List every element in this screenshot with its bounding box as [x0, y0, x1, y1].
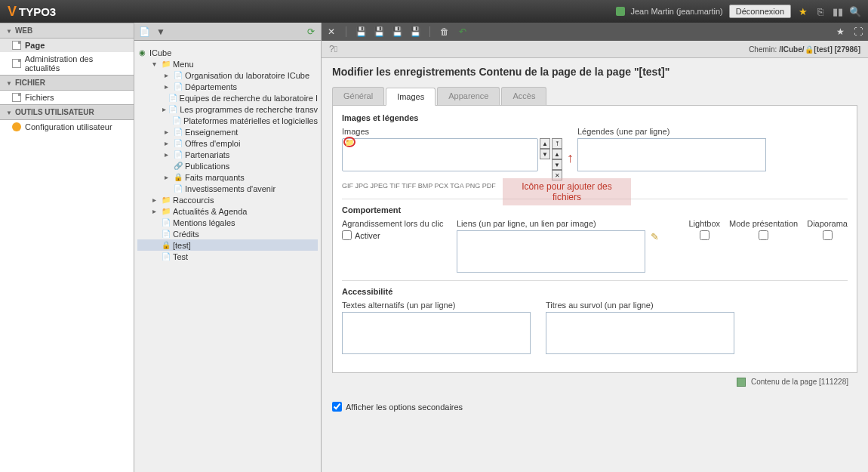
tree-toggle-icon[interactable]: ▾ — [149, 60, 159, 68]
section-images-legends: Images et légendes — [342, 113, 848, 122]
alts-textarea[interactable] — [342, 312, 531, 354]
doc-icon: 📄 — [161, 251, 171, 261]
lock-icon: 🔒 — [161, 240, 171, 250]
tree-row[interactable]: 📄Mentions légales — [137, 217, 318, 228]
link-wizard-icon[interactable]: ✎ — [651, 231, 659, 242]
tab-access[interactable]: Accès — [501, 87, 546, 105]
captions-textarea[interactable] — [577, 138, 766, 171]
close-icon[interactable]: ✕ — [326, 26, 337, 37]
nav-label: Configuration utilisateur — [25, 122, 112, 131]
main-area: WEB Page Administration des actualités F… — [0, 23, 868, 472]
cache-icon[interactable]: ⎘ — [814, 6, 826, 17]
reload-icon[interactable]: ⟳ — [306, 26, 316, 37]
tree-row[interactable]: ▾📁Menu — [137, 58, 318, 69]
nav-news-admin[interactable]: Administration des actualités — [0, 52, 134, 75]
tree-row[interactable]: ▸📄Organisation du laboratoire ICube — [137, 69, 318, 81]
tree-row[interactable]: ▸📄Les programmes de recherche transv — [137, 103, 318, 115]
section-file[interactable]: FICHIER — [0, 75, 134, 91]
tree-row[interactable]: ▸📁Actualités & Agenda — [137, 205, 318, 217]
tree-row[interactable]: 🔒[test] — [137, 239, 318, 251]
save-view-icon[interactable]: 💾 — [374, 26, 384, 37]
tree-row[interactable]: ▸📄Départements — [137, 81, 318, 92]
tree-toggle-icon[interactable]: ▸ — [162, 82, 171, 91]
tree-row[interactable]: 🔗Publications — [137, 160, 318, 171]
page-tree: ◉ ICube ▾📁Menu▸📄Organisation du laborato… — [134, 41, 321, 472]
tree-toggle-icon[interactable]: ▸ — [149, 196, 159, 204]
link-icon: 🔗 — [173, 161, 183, 171]
shortcuts-icon[interactable]: ▮▮ — [832, 6, 843, 17]
page-icon — [12, 59, 21, 68]
move-top-icon[interactable]: ⤒ — [552, 138, 562, 149]
tree-label: Investissements d'avenir — [185, 184, 275, 193]
delete-icon[interactable]: 🗑 — [439, 26, 450, 37]
tree-row[interactable]: ▸📄Offres d'emploi — [137, 137, 318, 149]
help-icon[interactable]: ?⃝ — [329, 44, 337, 54]
images-select[interactable] — [342, 138, 538, 171]
move-down-icon[interactable]: ▼ — [552, 159, 562, 170]
tree-toggle-icon[interactable]: ▸ — [162, 150, 171, 159]
presentation-checkbox[interactable] — [759, 230, 768, 240]
scroll-up-icon[interactable]: ▲ — [540, 138, 550, 149]
nav-files[interactable]: Fichiers — [0, 91, 134, 104]
tree-toggle-icon[interactable]: ▸ — [149, 207, 159, 215]
folder-icon: 📁 — [161, 59, 171, 69]
titles-textarea[interactable] — [546, 312, 734, 354]
activate-checkbox[interactable] — [342, 230, 352, 240]
undo-icon[interactable]: ↶ — [457, 26, 468, 37]
search-icon[interactable]: 🔍 — [849, 6, 860, 17]
tab-images[interactable]: Images — [386, 88, 436, 106]
footer-id: [111228] — [819, 378, 848, 386]
lightbox-checkbox[interactable] — [700, 230, 709, 240]
tab-general[interactable]: Général — [332, 87, 384, 105]
doc-icon: 📄 — [173, 82, 183, 91]
new-page-icon[interactable]: 📄 — [139, 26, 149, 37]
doc-icon: 📄 — [173, 150, 183, 159]
tree-row[interactable]: ▸📁Raccourcis — [137, 194, 318, 205]
save-close-icon[interactable]: 💾 — [392, 26, 402, 37]
tabs: Général Images Apparence Accès — [332, 87, 857, 106]
user-config-icon — [12, 122, 21, 131]
filter-icon[interactable]: ▼ — [155, 26, 166, 37]
save-icon[interactable]: 💾 — [356, 26, 366, 37]
scroll-down-icon[interactable]: ▼ — [540, 149, 550, 159]
tree-row[interactable]: 📄Equipes de recherche du laboratoire I — [137, 92, 318, 103]
tree-label: Faits marquants — [185, 173, 245, 182]
tree-row[interactable]: 📄Test — [137, 251, 318, 262]
footer-label: Contenu de la page — [751, 378, 817, 386]
star-icon[interactable]: ★ — [797, 6, 808, 17]
content-element-icon — [737, 378, 746, 387]
tree-row[interactable]: 📄Crédits — [137, 228, 318, 239]
secondary-checkbox[interactable] — [332, 402, 342, 412]
tree-toggle-icon[interactable]: ▸ — [162, 105, 166, 113]
tree-label: Offres d'emploi — [185, 139, 240, 148]
tree-root[interactable]: ◉ ICube — [137, 47, 318, 58]
tree-row[interactable]: ▸🔒Faits marquants — [137, 171, 318, 183]
nav-page[interactable]: Page — [0, 39, 134, 52]
annotation-arrow: ↑ — [567, 150, 574, 166]
nav-user-config[interactable]: Configuration utilisateur — [0, 120, 134, 134]
bc-prefix: Chemin: — [749, 45, 777, 54]
tree-row[interactable]: ▸📄Enseignement — [137, 126, 318, 137]
module-sidebar: WEB Page Administration des actualités F… — [0, 23, 134, 472]
tree-row[interactable]: 📄Investissements d'avenir — [137, 183, 318, 194]
tab-appearance[interactable]: Apparence — [437, 87, 500, 105]
section-usertools[interactable]: OUTILS UTILISATEUR — [0, 104, 134, 120]
diaporama-checkbox[interactable] — [823, 230, 833, 240]
open-new-icon[interactable]: ⛶ — [853, 26, 863, 37]
section-web[interactable]: WEB — [0, 23, 134, 39]
add-file-icon[interactable]: 📁 — [343, 137, 356, 147]
links-textarea[interactable] — [457, 230, 645, 273]
links-label: Liens (un par ligne, un lien par image) — [457, 219, 645, 228]
tree-toggle-icon[interactable]: ▸ — [162, 128, 171, 136]
tree-toggle-icon[interactable]: ▸ — [162, 139, 171, 147]
move-up-icon[interactable]: ▲ — [552, 149, 562, 159]
shortcut-icon[interactable]: ★ — [835, 26, 845, 37]
tree-toggle-icon[interactable]: ▸ — [162, 173, 171, 181]
save-new-icon[interactable]: 💾 — [410, 26, 420, 37]
logout-button[interactable]: Déconnexion — [729, 5, 791, 18]
tree-row[interactable]: 📄Plateformes matérielles et logicielles — [137, 115, 318, 126]
tree-toggle-icon[interactable]: ▸ — [162, 71, 171, 79]
bc-path: /ICube/ — [779, 45, 804, 54]
captions-label: Légendes (une par ligne) — [577, 127, 766, 136]
tree-row[interactable]: ▸📄Partenariats — [137, 149, 318, 160]
